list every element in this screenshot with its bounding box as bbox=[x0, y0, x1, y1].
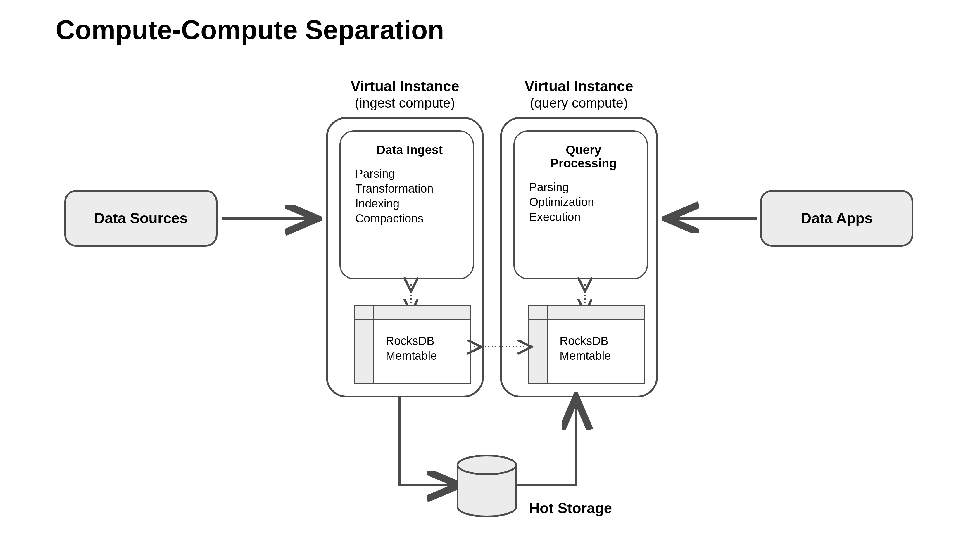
data-sources-label: Data Sources bbox=[94, 210, 188, 227]
arrow-storage-to-query bbox=[517, 397, 585, 491]
rocksdb-line: Memtable bbox=[560, 349, 635, 362]
page-title: Compute-Compute Separation bbox=[56, 14, 444, 45]
query-task-item: Parsing bbox=[529, 181, 638, 194]
rocksdb-box-right: RocksDB Memtable bbox=[528, 305, 645, 384]
rocksdb-line: Memtable bbox=[386, 349, 461, 362]
ingest-task-item: Parsing bbox=[355, 167, 464, 180]
ingest-task-item: Transformation bbox=[355, 182, 464, 195]
data-ingest-box: Data Ingest Parsing Transformation Index… bbox=[339, 130, 474, 280]
query-processing-title: Query Processing bbox=[529, 143, 638, 170]
data-apps-label: Data Apps bbox=[801, 210, 872, 227]
data-apps-box: Data Apps bbox=[760, 190, 913, 246]
arrow-ingest-to-storage bbox=[396, 397, 463, 491]
rocksdb-box-left: RocksDB Memtable bbox=[354, 305, 471, 384]
data-ingest-title: Data Ingest bbox=[355, 143, 464, 157]
hot-storage-label: Hot Storage bbox=[529, 500, 612, 517]
right-instance-subtitle: (query compute) bbox=[500, 95, 658, 111]
arrow-sources-to-ingest bbox=[222, 214, 319, 226]
right-instance-title: Virtual Instance bbox=[500, 78, 658, 95]
arrow-apps-to-query bbox=[667, 214, 757, 226]
hot-storage-cylinder-icon bbox=[456, 455, 517, 518]
ingest-task-item: Indexing bbox=[355, 197, 464, 210]
rocksdb-body-left: RocksDB Memtable bbox=[374, 320, 470, 383]
left-instance-header: Virtual Instance (ingest compute) bbox=[326, 78, 484, 111]
query-processing-box: Query Processing Parsing Optimization Ex… bbox=[513, 130, 648, 280]
data-sources-box: Data Sources bbox=[64, 190, 218, 246]
rocksdb-line: RocksDB bbox=[386, 334, 461, 348]
left-instance-title: Virtual Instance bbox=[326, 78, 484, 95]
arrow-rocksdb-sync bbox=[470, 342, 528, 354]
ingest-task-item: Compactions bbox=[355, 212, 464, 225]
rocksdb-body-right: RocksDB Memtable bbox=[548, 320, 644, 383]
query-task-item: Optimization bbox=[529, 196, 638, 209]
query-instance: Query Processing Parsing Optimization Ex… bbox=[500, 117, 658, 397]
ingest-instance: Data Ingest Parsing Transformation Index… bbox=[326, 117, 484, 397]
query-task-item: Execution bbox=[529, 210, 638, 224]
right-instance-header: Virtual Instance (query compute) bbox=[500, 78, 658, 111]
left-instance-subtitle: (ingest compute) bbox=[326, 95, 484, 111]
rocksdb-line: RocksDB bbox=[560, 334, 635, 348]
svg-point-6 bbox=[458, 456, 516, 474]
